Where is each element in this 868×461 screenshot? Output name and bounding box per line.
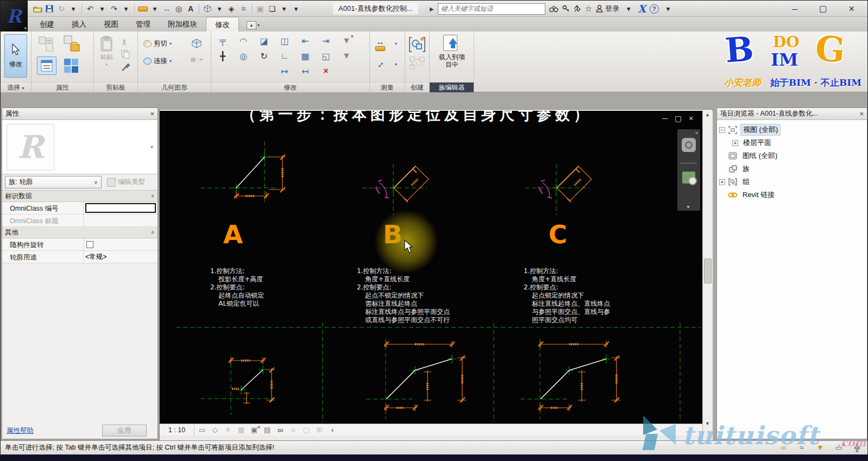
join-geometry-button[interactable]: 连接▾ bbox=[143, 56, 172, 66]
detail-level-icon[interactable]: ▭ bbox=[197, 425, 207, 435]
project-browser-header[interactable]: 项目浏览器 - A001-直线参数化... × bbox=[717, 108, 867, 120]
tree-label-groups[interactable]: 组 bbox=[740, 176, 752, 187]
scale-icon[interactable]: ◱ bbox=[319, 49, 333, 63]
omniclass-number-input[interactable] bbox=[85, 203, 156, 213]
measure-between-refs-button[interactable]: ↔ bbox=[375, 37, 385, 51]
family-category-icon[interactable] bbox=[63, 35, 81, 53]
split-with-gap-icon[interactable]: ↤ bbox=[298, 64, 312, 78]
sun-path-icon[interactable]: ☀ bbox=[223, 425, 234, 435]
view-close-icon[interactable]: × bbox=[689, 114, 693, 123]
tree-label-floor-plans[interactable]: 楼层平面 bbox=[741, 137, 773, 148]
text-icon[interactable]: A bbox=[185, 3, 196, 15]
select-pinned-toggle-icon[interactable]: ▼ bbox=[813, 441, 827, 453]
sync-icon[interactable]: ↻ bbox=[56, 3, 67, 15]
help-icon[interactable]: ? bbox=[650, 4, 659, 14]
signin-dropdown-icon[interactable]: ▾ bbox=[623, 3, 634, 15]
search-icon[interactable] bbox=[549, 3, 558, 15]
properties-close-icon[interactable]: × bbox=[150, 110, 154, 118]
thin-lines-icon[interactable]: ≡ bbox=[238, 3, 249, 15]
measure-along-element-icon[interactable]: ↔ bbox=[373, 57, 387, 71]
exchange-apps-icon[interactable]: X bbox=[638, 3, 646, 15]
redo-dropdown-icon[interactable]: ▾ bbox=[121, 3, 131, 15]
panel-geometry-label[interactable]: 几何图形 bbox=[138, 82, 211, 92]
aligned-dimension-icon[interactable]: ↔ bbox=[161, 3, 172, 15]
tab-insert[interactable]: 插入 bbox=[63, 17, 95, 31]
panel-family-editor-label[interactable]: 族编辑器 bbox=[430, 82, 474, 92]
move-witness-icon[interactable]: ⇤ bbox=[298, 34, 312, 48]
select-links-toggle-icon[interactable]: ∞ bbox=[776, 441, 790, 453]
create-similar-icon[interactable] bbox=[410, 56, 425, 70]
mirror-pick-axis-icon[interactable]: ◪ bbox=[257, 34, 271, 48]
search-input[interactable] bbox=[438, 3, 545, 15]
tab-modify[interactable]: 修改 bbox=[206, 17, 239, 31]
modify-tool-button[interactable]: 修改 bbox=[4, 34, 27, 78]
tree-label-views[interactable]: 视图 (全部) bbox=[740, 124, 781, 136]
temporary-view-properties-icon[interactable]: ▢ bbox=[301, 425, 312, 435]
show-crop-region-icon[interactable]: ▤ bbox=[262, 425, 273, 435]
drawing-canvas[interactable]: （第一步：按本图形定位及自身尺寸参数） ─ ▢ × × ▼ bbox=[160, 111, 702, 424]
copy-to-clipboard-icon[interactable] bbox=[121, 50, 130, 59]
tree-item-floor-plans[interactable]: + 楼层平面 bbox=[719, 136, 865, 149]
tree-label-revit-links[interactable]: Revit 链接 bbox=[740, 190, 777, 200]
mirror-draw-axis-icon[interactable]: ◫ bbox=[278, 34, 292, 48]
collapse-icon[interactable]: − bbox=[719, 127, 725, 133]
view-minimize-icon[interactable]: ─ bbox=[662, 114, 668, 123]
rotate-icon[interactable]: ↻ bbox=[257, 49, 271, 63]
create-group-icon[interactable] bbox=[408, 36, 426, 53]
offset-icon[interactable]: ◠ bbox=[236, 34, 250, 48]
reveal-hidden-elements-icon[interactable]: ∞ bbox=[275, 425, 286, 435]
sync-dropdown-icon[interactable]: ▾ bbox=[68, 3, 79, 15]
edit-type-button[interactable]: 编辑类型 bbox=[105, 175, 155, 189]
zoom-tool-icon[interactable] bbox=[682, 172, 695, 184]
navbar-close-icon[interactable]: × bbox=[695, 130, 698, 136]
scrollbar-thumb[interactable] bbox=[704, 258, 712, 283]
rotate-with-component-checkbox[interactable] bbox=[86, 241, 93, 248]
profile-usage-value[interactable]: <常规> bbox=[84, 251, 158, 263]
tab-manage[interactable]: 管理 bbox=[127, 17, 159, 31]
measure-icon[interactable] bbox=[137, 3, 148, 15]
split-element-icon[interactable]: ↦ bbox=[278, 64, 292, 78]
type-selector-dropdown-icon[interactable]: ▾ bbox=[150, 144, 153, 150]
minimize-button[interactable]: ─ bbox=[792, 4, 798, 14]
ribbon-display-toggle[interactable]: ▲ ▾ bbox=[247, 21, 260, 29]
drag-on-selection-toggle-icon[interactable]: ╬ bbox=[850, 441, 864, 453]
scroll-down-icon[interactable]: ▼ bbox=[705, 421, 710, 426]
cut-to-clipboard-icon[interactable]: ✂ bbox=[119, 39, 129, 46]
type-preview[interactable]: R ▾ bbox=[2, 120, 158, 174]
visual-style-icon[interactable]: ◇ bbox=[210, 425, 221, 435]
move-icon[interactable]: ╋ bbox=[216, 49, 230, 63]
tree-label-sheets[interactable]: 图纸 (全部) bbox=[740, 150, 779, 161]
favorites-icon[interactable]: ☆ bbox=[585, 3, 592, 15]
horizontal-scrollbar[interactable]: › bbox=[160, 435, 702, 440]
tab-addins[interactable]: 附加模块 bbox=[159, 17, 206, 31]
panel-modify-label[interactable]: 修改 bbox=[211, 82, 369, 92]
switch-windows-dropdown-icon[interactable]: ▾ bbox=[279, 3, 290, 15]
trim-extend-icon[interactable]: ∟ bbox=[278, 49, 292, 63]
properties-help-link[interactable]: 属性帮助 bbox=[7, 426, 34, 435]
scroll-right-icon[interactable]: › bbox=[700, 434, 701, 440]
copy-icon[interactable]: ◎ bbox=[236, 49, 250, 63]
temporary-hide-isolate-icon[interactable]: ○ bbox=[288, 425, 299, 435]
navbar-expand-icon[interactable]: ▼ bbox=[686, 205, 690, 210]
sign-in[interactable]: 登录 bbox=[596, 4, 619, 14]
paste-button[interactable]: 粘贴 ▾ bbox=[99, 36, 114, 67]
family-types-icon[interactable] bbox=[37, 56, 56, 75]
switch-windows-icon[interactable]: ❏ bbox=[267, 3, 278, 15]
steering-wheel-icon[interactable] bbox=[682, 138, 696, 152]
view-scale[interactable]: 1 : 10 bbox=[160, 424, 194, 435]
pin-icon[interactable]: ▼ bbox=[339, 49, 354, 63]
project-browser-close-icon[interactable]: × bbox=[859, 110, 864, 118]
save-icon[interactable] bbox=[44, 3, 55, 15]
apply-button[interactable]: 应用 bbox=[102, 425, 147, 437]
expand-icon[interactable]: + bbox=[732, 140, 738, 146]
cut-geometry-button[interactable]: 剪切▾ bbox=[143, 39, 172, 48]
measure-dropdown-icon[interactable]: ▾ bbox=[395, 41, 397, 46]
move-witness2-icon[interactable]: ⇥ bbox=[319, 34, 333, 48]
tree-item-revit-links[interactable]: Revit 链接 bbox=[719, 188, 865, 201]
expand-icon[interactable]: + bbox=[719, 179, 725, 185]
tree-item-views[interactable]: − 视图 (全部) bbox=[719, 123, 865, 136]
application-menu-button[interactable]: R ▾ bbox=[1, 1, 28, 31]
tab-view[interactable]: 视图 bbox=[95, 17, 127, 31]
undo-icon[interactable]: ↶ bbox=[85, 3, 96, 15]
section-icon[interactable]: ◈ bbox=[226, 3, 237, 15]
